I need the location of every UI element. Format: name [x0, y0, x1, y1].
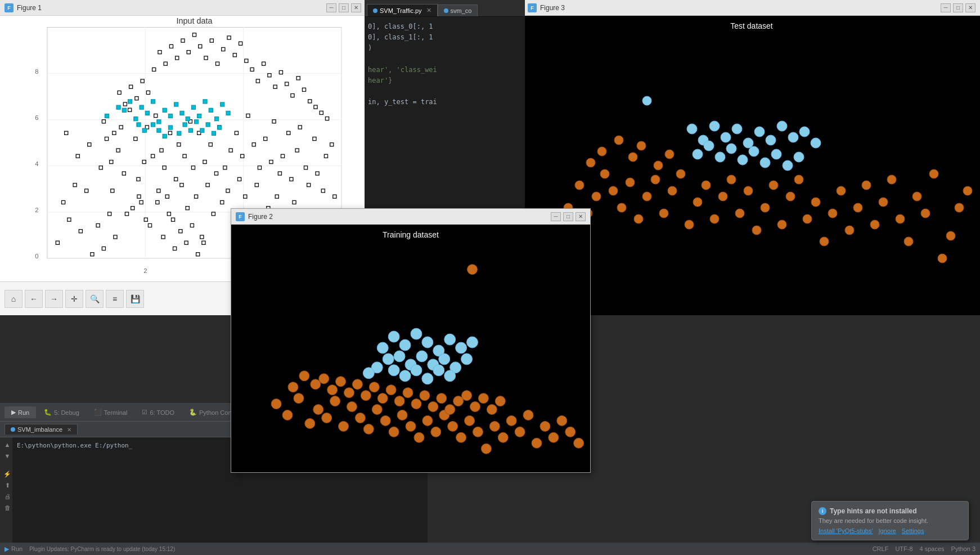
svg-point-312	[574, 438, 584, 448]
settings-link[interactable]: Settings	[902, 527, 924, 534]
run-ctrl-4[interactable]: 🗑	[2, 503, 12, 513]
svg-point-238	[921, 209, 930, 218]
svg-point-278	[282, 410, 293, 420]
svg-point-198	[592, 192, 601, 201]
status-utf8[interactable]: UTF-8	[895, 545, 912, 552]
tab-debug[interactable]: 🐛 5: Debug	[37, 406, 86, 418]
svg-point-264	[788, 132, 798, 142]
code-tab2-label: svm_co	[451, 7, 472, 14]
figure1-close[interactable]: ✕	[351, 3, 361, 12]
svg-point-349	[394, 351, 405, 362]
run-ctrl-2[interactable]: ⬆	[2, 480, 12, 490]
tab-run[interactable]: ▶ Run	[5, 406, 36, 418]
svg-point-212	[702, 181, 711, 190]
figure2-minimize[interactable]: ─	[551, 212, 561, 221]
svg-point-335	[478, 393, 488, 404]
run-status-icon: ▶	[5, 545, 9, 553]
pan-button[interactable]: ✛	[65, 290, 83, 308]
run-tab-indicator	[11, 427, 15, 432]
install-link[interactable]: Install 'PyQt5-stubs'	[819, 527, 873, 534]
status-python[interactable]: Python 3	[951, 545, 975, 552]
code-line-5: hear', 'class_wei	[368, 65, 522, 75]
svg-point-338	[467, 265, 478, 275]
svg-point-306	[523, 410, 533, 420]
status-bar: ▶ Run Plugin Updates: PyCharm is ready t…	[0, 543, 980, 555]
code-tab1-close[interactable]: ✕	[426, 7, 431, 14]
svg-rect-179	[209, 108, 213, 112]
svg-point-285	[347, 402, 357, 412]
status-plugin-update: Plugin Updates: PyCharm is ready to upda…	[29, 546, 175, 552]
figure3-chart: Test dataset	[523, 16, 980, 315]
tab-todo-label: 6: TODO	[150, 409, 174, 416]
figure3-close[interactable]: ✕	[965, 3, 975, 12]
svg-point-197	[575, 181, 584, 190]
scroll-up-button[interactable]: ▲	[2, 440, 12, 450]
svg-rect-183	[168, 126, 172, 129]
svg-point-302	[489, 421, 500, 431]
svg-point-292	[406, 421, 416, 431]
run-ctrl-3[interactable]: 🖨	[2, 491, 12, 502]
svg-point-269	[715, 152, 725, 162]
home-button[interactable]: ⌂	[5, 290, 23, 308]
tab-terminal[interactable]: ⬛ Terminal	[87, 406, 134, 418]
svg-point-327	[411, 399, 421, 409]
svg-point-234	[887, 175, 896, 184]
svg-point-328	[420, 391, 430, 401]
svg-text:4: 4	[35, 160, 38, 167]
back-button[interactable]: ←	[25, 290, 43, 308]
status-crlf[interactable]: CRLF	[873, 545, 889, 552]
svg-point-295	[431, 427, 441, 437]
code-tab-svm-co[interactable]: svm_co	[438, 5, 478, 16]
code-tab1-label: SVM_Traffic.py	[380, 7, 422, 14]
svg-rect-184	[177, 131, 181, 135]
svg-point-280	[305, 418, 315, 428]
svg-point-311	[565, 427, 576, 437]
svg-point-358	[411, 365, 422, 376]
svg-point-300	[473, 427, 483, 437]
svg-point-231	[862, 181, 871, 190]
forward-button[interactable]: →	[45, 290, 63, 308]
figure3-maximize[interactable]: □	[953, 3, 963, 12]
svg-point-226	[820, 237, 829, 246]
figure1-maximize[interactable]: □	[339, 3, 349, 12]
svg-point-242	[955, 203, 964, 212]
svg-point-356	[388, 365, 399, 376]
svg-rect-164	[122, 108, 126, 112]
notification-body: They are needed for better code insight.	[819, 517, 961, 524]
svg-point-359	[422, 373, 433, 384]
run-ctrl-1[interactable]: ⚡	[2, 469, 12, 479]
svg-rect-185	[183, 123, 187, 127]
status-spaces[interactable]: 4 spaces	[920, 545, 945, 552]
svg-point-317	[327, 385, 338, 395]
zoom-button[interactable]: 🔍	[86, 290, 104, 308]
code-tab-svm-traffic[interactable]: SVM_Traffic.py ✕	[367, 4, 438, 16]
svg-rect-180	[214, 117, 218, 121]
svg-rect-168	[145, 111, 149, 115]
svg-point-219	[761, 203, 770, 212]
svg-point-201	[609, 186, 618, 195]
figure1-minimize[interactable]: ─	[326, 3, 336, 12]
svg-point-298	[456, 432, 466, 442]
tab-todo[interactable]: ☑ 6: TODO	[135, 406, 181, 418]
tab-run-label: Run	[18, 409, 29, 416]
save-button[interactable]: 💾	[126, 290, 144, 308]
svg-point-308	[540, 421, 550, 431]
figure3-minimize[interactable]: ─	[941, 3, 951, 12]
svg-point-305	[515, 427, 525, 437]
svg-point-322	[369, 382, 379, 392]
run-status-label: Run	[11, 545, 23, 552]
figure2-controls: ─ □ ✕	[551, 212, 586, 221]
figure2-close[interactable]: ✕	[576, 212, 586, 221]
svg-rect-167	[140, 105, 143, 109]
svg-rect-162	[105, 114, 109, 118]
ignore-link[interactable]: Ignore	[879, 527, 896, 534]
run-tab-close[interactable]: ✕	[67, 427, 71, 433]
figure2-maximize[interactable]: □	[563, 212, 573, 221]
settings-button[interactable]: ≡	[106, 290, 124, 308]
code-content: 0], class_0[:, 1 0], class_1[:, 1 ) hear…	[365, 17, 525, 113]
scroll-down-button[interactable]: ▼	[2, 451, 12, 461]
status-run[interactable]: ▶ Run	[5, 545, 23, 553]
svg-point-297	[448, 421, 458, 431]
run-active-tab[interactable]: SVM_imbalance ✕	[5, 424, 78, 435]
svg-rect-186	[188, 128, 192, 132]
